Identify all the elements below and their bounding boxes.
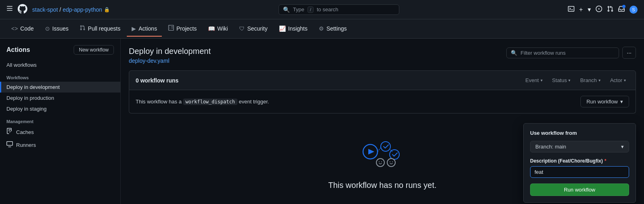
- subnav-item-code[interactable]: <> Code: [6, 21, 39, 37]
- subnav-item-settings[interactable]: ⚙ Settings: [314, 21, 352, 37]
- sidebar-workflow-deploy-prod[interactable]: Deploy in production: [0, 93, 120, 103]
- svg-point-4: [376, 159, 384, 167]
- repo-path: stack-spot / edp-app-python 🔒: [32, 6, 110, 13]
- pr-icon[interactable]: [607, 6, 613, 14]
- run-workflow-dropdown: Use workflow from Branch: main ▾ Descrip…: [523, 123, 636, 203]
- svg-point-6: [381, 161, 382, 162]
- run-workflow-green-button[interactable]: Run workflow: [530, 183, 629, 196]
- status-filter-button[interactable]: Status ▾: [549, 76, 574, 85]
- svg-point-2: [381, 142, 390, 151]
- pr-nav-icon: [80, 25, 85, 32]
- runs-count: 0 workflow runs: [136, 77, 179, 84]
- sidebar-workflow-deploy-staging[interactable]: Deploy in staging: [0, 103, 120, 114]
- sidebar-title: Actions: [6, 46, 30, 54]
- svg-point-7: [387, 159, 395, 167]
- terminal-icon[interactable]: [568, 6, 574, 14]
- code-icon: <>: [11, 25, 18, 32]
- main-subtitle: deploy-dev.yaml: [129, 58, 211, 64]
- description-field-label: Description (Feat/Chore/Bugfix) *: [530, 158, 629, 164]
- more-options-button[interactable]: ···: [622, 47, 636, 59]
- event-filter-button[interactable]: Event ▾: [522, 76, 545, 85]
- runs-bar: 0 workflow runs Event ▾ Status ▾ Branch …: [129, 70, 636, 90]
- filter-placeholder: Filter workflow runs: [520, 50, 566, 56]
- subnav-item-wiki[interactable]: 📖 Wiki: [203, 21, 233, 37]
- search-type-label: Type: [293, 6, 304, 12]
- search-icon: 🔍: [283, 6, 290, 13]
- navbar-left: stack-spot / edp-app-python 🔒: [6, 4, 110, 15]
- branch-selector-button[interactable]: Branch: main ▾: [530, 141, 629, 152]
- navbar-search: 🔍 Type / to search: [116, 4, 561, 15]
- required-star: *: [605, 158, 607, 164]
- repo-name-link[interactable]: edp-app-python: [63, 6, 102, 13]
- lock-icon: 🔒: [104, 7, 110, 12]
- filter-search-icon: 🔍: [511, 50, 517, 56]
- actor-chevron-icon: ▾: [624, 78, 626, 82]
- hamburger-icon[interactable]: [6, 5, 13, 14]
- svg-point-9: [392, 161, 393, 162]
- runners-icon: [6, 141, 13, 149]
- branch-filter-button[interactable]: Branch ▾: [577, 76, 603, 85]
- sidebar-runners[interactable]: Runners: [0, 138, 120, 151]
- svg-point-8: [390, 161, 390, 162]
- security-nav-icon: 🛡: [239, 25, 245, 32]
- filter-buttons: Event ▾ Status ▾ Branch ▾ Actor ▾: [522, 76, 629, 85]
- branch-chevron-icon: ▾: [599, 78, 601, 82]
- global-search-box[interactable]: 🔍 Type / to search: [279, 4, 399, 15]
- event-chevron-icon: ▾: [541, 78, 543, 82]
- search-to-label: to search: [317, 6, 338, 12]
- issues-icon[interactable]: [596, 6, 602, 14]
- navbar-right: + ▾ S: [568, 6, 638, 14]
- projects-nav-icon: [168, 25, 174, 32]
- notification-dot: [622, 5, 625, 8]
- plus-icon[interactable]: +: [579, 6, 583, 13]
- avatar[interactable]: S: [630, 6, 638, 14]
- subnav-item-projects[interactable]: Projects: [163, 21, 202, 37]
- inbox-icon[interactable]: [618, 6, 625, 14]
- svg-point-3: [390, 150, 399, 159]
- navbar: stack-spot / edp-app-python 🔒 🔍 Type / t…: [0, 0, 644, 19]
- search-slash-kbd: /: [308, 6, 314, 13]
- sidebar-management-section: Management: [0, 114, 120, 126]
- filter-bar: 🔍 Filter workflow runs ···: [506, 47, 636, 59]
- plus-chevron-icon[interactable]: ▾: [588, 6, 591, 13]
- subnav-item-actions[interactable]: ▶ Actions: [127, 21, 162, 37]
- sidebar-caches[interactable]: Caches: [0, 126, 120, 138]
- branch-chevron-icon: ▾: [621, 144, 624, 150]
- subnav-item-insights[interactable]: 📈 Insights: [274, 21, 312, 37]
- sidebar-all-workflows[interactable]: All workflows: [0, 60, 120, 70]
- empty-title: This workflow has no runs yet.: [328, 181, 437, 190]
- new-workflow-button[interactable]: New workflow: [74, 45, 114, 55]
- subnav-item-security[interactable]: 🛡 Security: [234, 21, 272, 37]
- sidebar: Actions New workflow All workflows Workf…: [0, 39, 121, 204]
- insights-nav-icon: 📈: [279, 25, 286, 32]
- yaml-link[interactable]: deploy-dev.yaml: [129, 58, 169, 64]
- run-workflow-button[interactable]: Run workflow ▾: [580, 96, 629, 107]
- subnav: <> Code ⊙ Issues Pull requests ▶ Actions…: [0, 19, 644, 39]
- sidebar-header: Actions New workflow: [0, 45, 120, 60]
- subnav-item-pullrequests[interactable]: Pull requests: [75, 21, 125, 37]
- wiki-nav-icon: 📖: [208, 25, 215, 32]
- repo-owner-link[interactable]: stack-spot: [32, 6, 58, 13]
- github-logo-icon[interactable]: [18, 4, 27, 15]
- run-workflow-chevron-icon: ▾: [620, 99, 623, 105]
- main-content: Deploy in development deploy-dev.yaml 🔍 …: [121, 39, 644, 204]
- caches-icon: [6, 128, 13, 136]
- dropdown-title: Use workflow from: [530, 130, 629, 136]
- main-title-section: Deploy in development deploy-dev.yaml: [129, 47, 211, 64]
- workflow-illustration: [358, 138, 407, 171]
- issues-nav-icon: ⊙: [45, 25, 50, 32]
- notice-code: workflow_dispatch: [183, 99, 237, 105]
- actor-filter-button[interactable]: Actor ▾: [607, 76, 629, 85]
- main-header: Deploy in development deploy-dev.yaml 🔍 …: [129, 47, 636, 64]
- sidebar-workflow-deploy-dev[interactable]: Deploy in development: [0, 82, 120, 93]
- status-chevron-icon: ▾: [568, 78, 570, 82]
- filter-search-box[interactable]: 🔍 Filter workflow runs: [506, 47, 619, 58]
- actions-nav-icon: ▶: [132, 25, 136, 32]
- settings-nav-icon: ⚙: [319, 25, 324, 32]
- description-input[interactable]: [530, 166, 629, 178]
- workflow-notice: This workflow has a workflow_dispatch ev…: [129, 90, 636, 113]
- subnav-item-issues[interactable]: ⊙ Issues: [40, 21, 73, 37]
- notice-text: This workflow has a workflow_dispatch ev…: [136, 99, 269, 105]
- svg-marker-1: [368, 149, 374, 155]
- svg-line-10: [378, 148, 381, 152]
